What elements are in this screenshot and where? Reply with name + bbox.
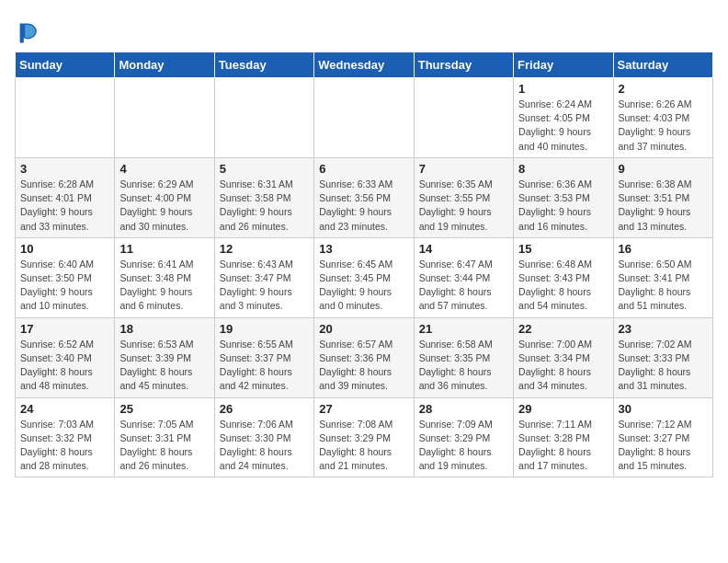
day-info: Sunrise: 6:47 AMSunset: 3:44 PMDaylight:… [419,258,508,314]
day-info: Sunrise: 6:40 AMSunset: 3:50 PMDaylight:… [20,258,109,314]
day-number: 7 [419,162,508,176]
day-info: Sunrise: 6:26 AMSunset: 4:03 PMDaylight:… [619,98,708,154]
calendar-cell [115,78,214,158]
calendar-cell [16,78,115,158]
col-thursday: Thursday [414,52,513,78]
calendar-cell: 7Sunrise: 6:35 AMSunset: 3:55 PMDaylight… [414,157,513,237]
day-number: 1 [518,82,608,96]
day-number: 18 [119,322,209,336]
calendar-cell: 18Sunrise: 6:53 AMSunset: 3:39 PMDayligh… [115,317,214,397]
day-number: 23 [619,322,708,336]
calendar-cell: 30Sunrise: 7:12 AMSunset: 3:27 PMDayligh… [613,397,712,477]
logo-icon [15,18,40,44]
calendar-cell [314,78,414,158]
calendar-cell: 9Sunrise: 6:38 AMSunset: 3:51 PMDaylight… [613,157,712,237]
day-number: 28 [419,402,508,416]
day-number: 10 [20,242,109,256]
calendar-cell: 5Sunrise: 6:31 AMSunset: 3:58 PMDaylight… [214,157,313,237]
day-info: Sunrise: 6:29 AMSunset: 4:00 PMDaylight:… [119,178,209,234]
day-number: 15 [518,242,608,256]
day-info: Sunrise: 6:33 AMSunset: 3:56 PMDaylight:… [319,178,408,234]
day-number: 14 [419,242,508,256]
day-number: 24 [20,402,109,416]
day-number: 12 [220,242,309,256]
day-info: Sunrise: 6:48 AMSunset: 3:43 PMDaylight:… [518,258,608,314]
calendar-week-row: 10Sunrise: 6:40 AMSunset: 3:50 PMDayligh… [16,237,713,317]
day-info: Sunrise: 6:50 AMSunset: 3:41 PMDaylight:… [619,258,708,314]
calendar-cell: 3Sunrise: 6:28 AMSunset: 4:01 PMDaylight… [16,157,115,237]
day-number: 27 [319,402,408,416]
header [15,15,713,44]
day-info: Sunrise: 7:00 AMSunset: 3:34 PMDaylight:… [518,338,608,394]
day-number: 3 [20,162,109,176]
col-tuesday: Tuesday [214,52,313,78]
day-info: Sunrise: 7:06 AMSunset: 3:30 PMDaylight:… [220,418,309,474]
day-info: Sunrise: 6:35 AMSunset: 3:55 PMDaylight:… [419,178,508,234]
calendar-table: Sunday Monday Tuesday Wednesday Thursday… [15,52,713,477]
calendar-cell: 14Sunrise: 6:47 AMSunset: 3:44 PMDayligh… [414,237,513,317]
day-info: Sunrise: 6:58 AMSunset: 3:35 PMDaylight:… [419,338,508,394]
day-info: Sunrise: 7:08 AMSunset: 3:29 PMDaylight:… [319,418,408,474]
day-info: Sunrise: 7:03 AMSunset: 3:32 PMDaylight:… [20,418,109,474]
col-sunday: Sunday [16,52,115,78]
col-saturday: Saturday [613,52,712,78]
day-info: Sunrise: 6:36 AMSunset: 3:53 PMDaylight:… [518,178,608,234]
day-number: 8 [518,162,608,176]
day-info: Sunrise: 6:28 AMSunset: 4:01 PMDaylight:… [20,178,109,234]
day-number: 22 [518,322,608,336]
calendar-cell: 27Sunrise: 7:08 AMSunset: 3:29 PMDayligh… [314,397,414,477]
day-number: 2 [619,82,708,96]
calendar-week-row: 17Sunrise: 6:52 AMSunset: 3:40 PMDayligh… [16,317,713,397]
calendar-cell: 26Sunrise: 7:06 AMSunset: 3:30 PMDayligh… [214,397,313,477]
calendar-week-row: 1Sunrise: 6:24 AMSunset: 4:05 PMDaylight… [16,78,713,158]
calendar-cell: 8Sunrise: 6:36 AMSunset: 3:53 PMDaylight… [514,157,613,237]
day-info: Sunrise: 6:53 AMSunset: 3:39 PMDaylight:… [119,338,209,394]
day-number: 19 [220,322,309,336]
day-info: Sunrise: 7:11 AMSunset: 3:28 PMDaylight:… [518,418,608,474]
day-number: 25 [119,402,209,416]
day-number: 16 [619,242,708,256]
calendar-cell: 20Sunrise: 6:57 AMSunset: 3:36 PMDayligh… [314,317,414,397]
logo [15,18,44,44]
calendar-cell: 16Sunrise: 6:50 AMSunset: 3:41 PMDayligh… [613,237,712,317]
day-number: 9 [619,162,708,176]
calendar-cell: 1Sunrise: 6:24 AMSunset: 4:05 PMDaylight… [514,78,613,158]
calendar-cell: 11Sunrise: 6:41 AMSunset: 3:48 PMDayligh… [115,237,214,317]
day-info: Sunrise: 6:52 AMSunset: 3:40 PMDaylight:… [20,338,109,394]
calendar-cell [414,78,513,158]
calendar-cell: 21Sunrise: 6:58 AMSunset: 3:35 PMDayligh… [414,317,513,397]
calendar-cell: 29Sunrise: 7:11 AMSunset: 3:28 PMDayligh… [514,397,613,477]
calendar-cell: 6Sunrise: 6:33 AMSunset: 3:56 PMDaylight… [314,157,414,237]
col-wednesday: Wednesday [314,52,414,78]
col-friday: Friday [514,52,613,78]
day-number: 11 [119,242,209,256]
day-info: Sunrise: 6:43 AMSunset: 3:47 PMDaylight:… [220,258,309,314]
day-number: 29 [518,402,608,416]
day-info: Sunrise: 6:57 AMSunset: 3:36 PMDaylight:… [319,338,408,394]
day-info: Sunrise: 7:12 AMSunset: 3:27 PMDaylight:… [619,418,708,474]
calendar-cell: 28Sunrise: 7:09 AMSunset: 3:29 PMDayligh… [414,397,513,477]
calendar-cell: 2Sunrise: 6:26 AMSunset: 4:03 PMDaylight… [613,78,712,158]
day-number: 21 [419,322,508,336]
calendar-cell: 25Sunrise: 7:05 AMSunset: 3:31 PMDayligh… [115,397,214,477]
calendar-cell: 17Sunrise: 6:52 AMSunset: 3:40 PMDayligh… [16,317,115,397]
day-number: 13 [319,242,408,256]
day-number: 17 [20,322,109,336]
day-info: Sunrise: 6:45 AMSunset: 3:45 PMDaylight:… [319,258,408,314]
calendar-cell: 10Sunrise: 6:40 AMSunset: 3:50 PMDayligh… [16,237,115,317]
day-number: 4 [119,162,209,176]
calendar-week-row: 3Sunrise: 6:28 AMSunset: 4:01 PMDaylight… [16,157,713,237]
day-info: Sunrise: 7:05 AMSunset: 3:31 PMDaylight:… [119,418,209,474]
calendar-cell: 23Sunrise: 7:02 AMSunset: 3:33 PMDayligh… [613,317,712,397]
calendar-week-row: 24Sunrise: 7:03 AMSunset: 3:32 PMDayligh… [16,397,713,477]
calendar-cell: 4Sunrise: 6:29 AMSunset: 4:00 PMDaylight… [115,157,214,237]
day-info: Sunrise: 7:09 AMSunset: 3:29 PMDaylight:… [419,418,508,474]
day-number: 26 [220,402,309,416]
day-number: 6 [319,162,408,176]
calendar-cell: 13Sunrise: 6:45 AMSunset: 3:45 PMDayligh… [314,237,414,317]
calendar-body: 1Sunrise: 6:24 AMSunset: 4:05 PMDaylight… [16,78,713,477]
day-info: Sunrise: 6:24 AMSunset: 4:05 PMDaylight:… [518,98,608,154]
day-info: Sunrise: 6:55 AMSunset: 3:37 PMDaylight:… [220,338,309,394]
calendar-cell: 15Sunrise: 6:48 AMSunset: 3:43 PMDayligh… [514,237,613,317]
calendar-cell: 19Sunrise: 6:55 AMSunset: 3:37 PMDayligh… [214,317,313,397]
